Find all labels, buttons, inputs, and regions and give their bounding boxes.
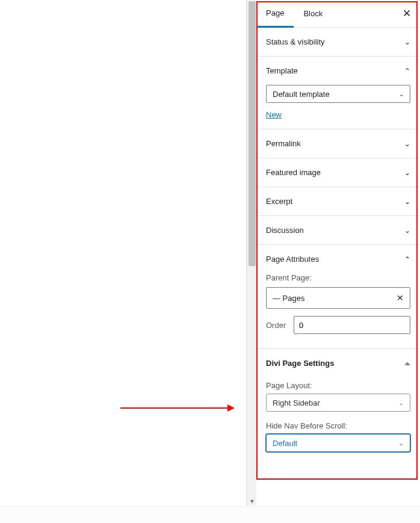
section-title: Permalink: [266, 139, 301, 148]
order-input[interactable]: [294, 316, 410, 334]
hide-nav-select[interactable]: Default ⌄: [266, 434, 410, 452]
section-toggle-template[interactable]: Template ⌃: [256, 57, 420, 85]
section-toggle-excerpt[interactable]: Excerpt ⌄: [256, 187, 420, 215]
triangle-up-icon: [404, 362, 410, 365]
tab-page[interactable]: Page: [256, 0, 294, 28]
divi-body: Page Layout: Right Sidebar ⌄ Hide Nav Be…: [256, 381, 420, 462]
divi-title: Divi Page Settings: [266, 359, 334, 368]
section-discussion: Discussion ⌄: [256, 216, 420, 245]
section-body-template: Default template ⌄ New: [256, 85, 420, 129]
settings-tabs: Page Block ✕: [256, 0, 420, 28]
section-title: Page Attributes: [266, 255, 319, 264]
editor-canvas[interactable]: [0, 0, 247, 506]
parent-page-value: — Pages: [273, 294, 304, 303]
section-toggle-featured[interactable]: Featured image ⌄: [256, 158, 420, 187]
chevron-down-icon: ⌄: [404, 140, 410, 148]
section-toggle-status[interactable]: Status & visibility ⌄: [256, 28, 420, 56]
chevron-down-icon: ⌄: [398, 399, 404, 407]
section-excerpt: Excerpt ⌄: [256, 187, 420, 216]
scrollbar-thumb[interactable]: [249, 1, 256, 266]
settings-panel: Page Block ✕ Status & visibility ⌄ Templ…: [256, 0, 420, 506]
chevron-up-icon: ⌃: [404, 255, 410, 264]
close-icon[interactable]: ✕: [400, 7, 414, 21]
clear-icon[interactable]: ✕: [397, 293, 404, 303]
scroll-down-arrow-icon[interactable]: ▼: [247, 497, 257, 506]
footer-strip: [0, 506, 420, 523]
section-permalink: Permalink ⌄: [256, 129, 420, 158]
chevron-down-icon: ⌄: [404, 197, 410, 206]
chevron-down-icon: ⌄: [404, 38, 410, 46]
page-layout-value: Right Sidebar: [273, 398, 320, 407]
hide-nav-label: Hide Nav Before Scroll:: [266, 421, 410, 430]
section-template: Template ⌃ Default template ⌄ New: [256, 57, 420, 129]
page-layout-select[interactable]: Right Sidebar ⌄: [266, 394, 410, 412]
chevron-down-icon: ⌄: [404, 226, 410, 235]
chevron-down-icon: ⌄: [399, 91, 404, 97]
section-title: Status & visibility: [266, 37, 325, 46]
chevron-down-icon: ⌄: [404, 169, 410, 177]
parent-page-label: Parent Page:: [266, 273, 410, 282]
section-title: Excerpt: [266, 197, 292, 206]
parent-page-combobox[interactable]: — Pages ✕: [266, 287, 410, 309]
chevron-up-icon: ⌃: [404, 67, 410, 75]
divi-toggle[interactable]: Divi Page Settings: [256, 349, 420, 377]
section-toggle-permalink[interactable]: Permalink ⌄: [256, 129, 420, 158]
section-title: Discussion: [266, 226, 304, 235]
section-page-attributes: Page Attributes ⌃ Parent Page: — Pages ✕…: [256, 245, 420, 344]
section-body-attributes: Parent Page: — Pages ✕ Order: [256, 273, 420, 344]
page-layout-label: Page Layout:: [266, 381, 410, 390]
new-template-link[interactable]: New: [266, 110, 282, 119]
order-row: Order: [266, 316, 410, 334]
order-label: Order: [266, 321, 294, 330]
section-status-visibility: Status & visibility ⌄: [256, 28, 420, 57]
section-featured-image: Featured image ⌄: [256, 158, 420, 187]
section-divi-settings: Divi Page Settings Page Layout: Right Si…: [256, 348, 420, 462]
chevron-down-icon: ⌄: [398, 439, 404, 447]
section-title: Template: [266, 66, 298, 75]
template-select-value: Default template: [273, 90, 330, 99]
section-toggle-attributes[interactable]: Page Attributes ⌃: [256, 245, 420, 273]
tab-block[interactable]: Block: [294, 0, 332, 28]
section-title: Featured image: [266, 168, 321, 177]
section-toggle-discussion[interactable]: Discussion ⌄: [256, 216, 420, 244]
hide-nav-value: Default: [273, 439, 297, 448]
template-select[interactable]: Default template ⌄: [266, 85, 410, 103]
scrollbar-track[interactable]: ▲ ▼: [247, 0, 256, 506]
